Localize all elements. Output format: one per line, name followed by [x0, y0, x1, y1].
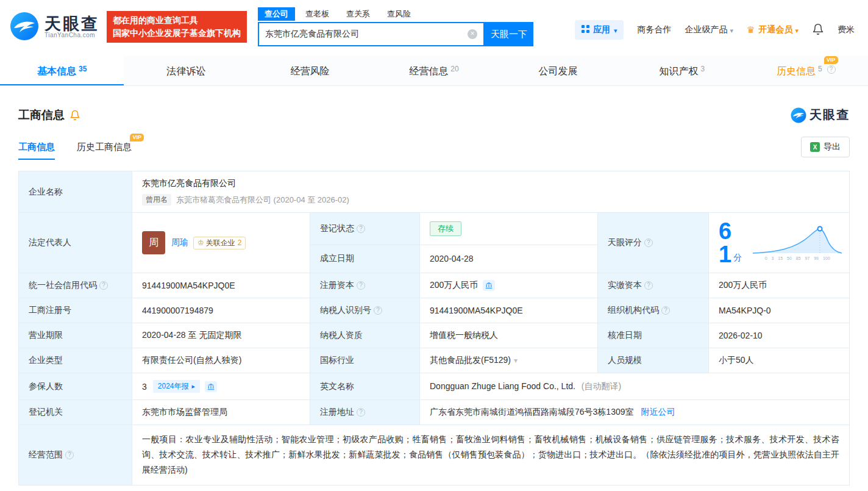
related-companies-badge[interactable]: 关联企业 2	[193, 237, 246, 249]
field-label: 实缴资本	[598, 273, 709, 298]
insured-cell: 3 2024年报	[132, 373, 310, 400]
watermark-logo: 天眼查	[791, 107, 850, 123]
reg-capital-cell: 200万人民币	[420, 273, 598, 298]
help-icon[interactable]	[357, 408, 365, 417]
table-row: 统一社会信用代码 91441900MA54KPJQ0E 注册资本 200万人民币…	[19, 273, 850, 298]
field-label: 登记状态	[310, 213, 420, 245]
excel-icon	[810, 142, 820, 152]
brand-name: 天眼查	[44, 15, 99, 32]
legal-rep-link[interactable]: 周瑜	[171, 237, 188, 248]
tab-history-info[interactable]: VIP 历史信息 5	[744, 56, 868, 85]
subscribe-bell-icon[interactable]	[69, 110, 80, 121]
field-label: 成立日期	[310, 245, 420, 273]
table-row: 营业期限 2020-04-28 至 无固定期限 纳税人资质 增值税一般纳税人 核…	[19, 323, 850, 348]
business-scope-cell: 一般项目：农业专业及辅助性活动；智能农业管理；初级农产品收购；牲畜销售；畜牧渔业…	[132, 425, 850, 486]
field-label: 企业类型	[19, 348, 132, 373]
search-input[interactable]	[259, 23, 483, 45]
vip-badge: VIP	[824, 56, 838, 64]
subtab-history-business-info[interactable]: VIP 历史工商信息	[77, 142, 132, 160]
paid-capital-cell: 200万人民币	[709, 273, 850, 298]
brand-slogan: 都在用的商业查询工具 国家中小企业发展子基金旗下机构	[107, 11, 247, 43]
apps-grid-icon	[582, 25, 589, 35]
table-row: 企业名称 东莞市亿亮食品有限公司 曾用名 东莞市猪葛亮食品有限公司 (2020-…	[19, 171, 850, 213]
tab-intellectual-property[interactable]: 知识产权 3	[620, 56, 744, 85]
nearby-companies-link[interactable]: 附近公司	[641, 407, 675, 417]
score-curve-chart: 0 3 15 50 85 97 99 100	[752, 225, 843, 260]
search-box	[258, 22, 485, 46]
subtab-business-info[interactable]: 工商信息	[18, 142, 55, 160]
reg-number-cell: 441900007194879	[132, 298, 310, 323]
approval-date-cell: 2026-02-10	[709, 323, 850, 348]
tab-operation-risk[interactable]: 经营风险	[248, 56, 372, 85]
field-label: 国标行业	[310, 348, 420, 373]
table-row: 登记机关 东莞市市场监督管理局 注册地址 广东省东莞市南城街道鸿福西路南城段76…	[19, 400, 850, 425]
chevron-down-icon	[795, 25, 799, 35]
help-icon[interactable]	[644, 238, 653, 247]
chevron-down-icon[interactable]	[514, 356, 518, 365]
search-tab-relation[interactable]: 查关系	[340, 7, 377, 21]
english-name-cell: Dongguan Zhuge Liang Food Co., Ltd. (自动翻…	[420, 373, 850, 400]
section-title: 工商信息	[18, 107, 65, 123]
help-icon[interactable]	[644, 281, 653, 290]
subtabs-row: 工商信息 VIP 历史工商信息 导出	[18, 137, 850, 160]
company-name: 东莞市亿亮食品有限公司	[142, 178, 839, 189]
tab-basic-info[interactable]: 基本信息 35	[0, 56, 124, 85]
notification-bell-icon[interactable]	[812, 23, 824, 37]
brand-domain: TianYanCha.com	[44, 32, 99, 39]
tianyancha-logo[interactable]: 天眼查 TianYanCha.com	[10, 12, 99, 43]
help-icon[interactable]	[65, 451, 74, 459]
search-tab-risk[interactable]: 查风险	[380, 7, 418, 21]
chevron-down-icon	[614, 25, 617, 35]
field-label: 法定代表人	[19, 213, 132, 273]
table-row: 法定代表人 周 周瑜 关联企业 2 登记状态 存续 天眼评分 61 分	[19, 213, 850, 245]
help-icon[interactable]	[827, 65, 836, 74]
search-button[interactable]: 天眼一下	[485, 22, 533, 46]
company-type-cell: 有限责任公司(自然人独资)	[132, 348, 310, 373]
search-type-tabs: 查公司 查老板 查关系 查风险	[258, 7, 533, 21]
legal-rep-avatar[interactable]: 周	[142, 231, 165, 254]
help-icon[interactable]	[661, 306, 670, 315]
nav-cooperation[interactable]: 商务合作	[637, 24, 671, 35]
table-row: 工商注册号 441900007194879 纳税人识别号 91441900MA5…	[19, 298, 850, 323]
reg-status-cell: 存续	[420, 213, 598, 245]
score-cell: 61 分 0 3 15 50 85 97 99 100	[709, 213, 850, 273]
field-label: 天眼评分	[598, 213, 709, 273]
apps-menu[interactable]: 应用	[575, 20, 624, 40]
credit-code-cell: 91441900MA54KPJQ0E	[132, 273, 310, 298]
insured-history-icon[interactable]	[205, 381, 217, 392]
table-row: 参保人数 3 2024年报 英文名称 Dongguan Zhuge Liang …	[19, 373, 850, 400]
table-row: 企业类型 有限责任公司(自然人独资) 国标行业 其他食品批发(F5129) 人员…	[19, 348, 850, 373]
table-row: 经营范围 一般项目：农业专业及辅助性活动；智能农业管理；初级农产品收购；牲畜销售…	[19, 425, 850, 486]
field-label: 统一社会信用代码	[19, 273, 132, 298]
field-label: 英文名称	[310, 373, 420, 400]
score-value: 61	[719, 220, 731, 266]
nav-enterprise-products[interactable]: 企业级产品	[685, 24, 733, 35]
user-account[interactable]: 费米	[838, 24, 855, 35]
clear-search-icon[interactable]	[468, 29, 477, 39]
business-term-cell: 2020-04-28 至 无固定期限	[132, 323, 310, 348]
field-label: 纳税人资质	[310, 323, 420, 348]
nav-open-vip[interactable]: 开通会员	[747, 24, 799, 35]
status-badge: 存续	[430, 221, 461, 236]
crown-icon	[747, 24, 756, 35]
capital-history-icon[interactable]	[483, 280, 495, 291]
top-header: 天眼查 TianYanCha.com 都在用的商业查询工具 国家中小企业发展子基…	[0, 0, 868, 54]
tab-company-development[interactable]: 公司发展	[496, 56, 620, 85]
tab-legal-proceedings[interactable]: 法律诉讼	[124, 56, 247, 85]
help-icon[interactable]	[99, 281, 108, 290]
help-icon[interactable]	[374, 306, 382, 315]
search-tab-boss[interactable]: 查老板	[299, 7, 336, 21]
former-name-badge: 曾用名	[142, 194, 171, 206]
field-label: 营业期限	[19, 323, 132, 348]
tab-operation-info[interactable]: 经营信息 20	[372, 56, 496, 85]
export-button[interactable]: 导出	[801, 137, 850, 157]
org-code-cell: MA54KPJQ-0	[709, 298, 850, 323]
company-name-cell: 东莞市亿亮食品有限公司 曾用名 东莞市猪葛亮食品有限公司 (2020-04 至 …	[132, 171, 850, 213]
search-area: 查公司 查老板 查关系 查风险 天眼一下	[258, 7, 533, 46]
field-label: 经营范围	[19, 425, 132, 486]
help-icon[interactable]	[357, 224, 365, 233]
staff-size-cell: 小于50人	[709, 348, 850, 373]
annual-report-badge[interactable]: 2024年报	[153, 380, 200, 393]
search-tab-company[interactable]: 查公司	[258, 7, 295, 21]
help-icon[interactable]	[357, 281, 365, 290]
